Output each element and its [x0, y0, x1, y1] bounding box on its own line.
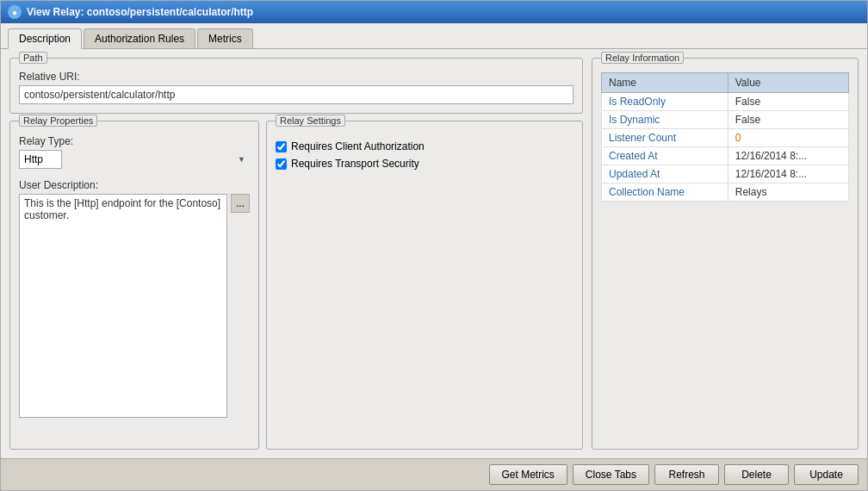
main-content: Path Relative URI: Relay Properties Rela…: [1, 49, 867, 458]
requires-client-auth-checkbox[interactable]: [276, 141, 287, 152]
row-1-value: False: [728, 111, 848, 129]
requires-client-auth-label: Requires Client Authorization: [291, 140, 425, 152]
table-row: Listener Count 0: [602, 129, 849, 147]
relay-type-select[interactable]: Http NetTcp: [19, 150, 62, 169]
left-column: Path Relative URI: Relay Properties Rela…: [9, 58, 583, 450]
tab-bar: Description Authorization Rules Metrics: [1, 23, 867, 49]
get-metrics-button[interactable]: Get Metrics: [489, 464, 567, 485]
bottom-panels: Relay Properties Relay Type: Http NetTcp: [9, 121, 583, 450]
refresh-button[interactable]: Refresh: [654, 464, 719, 485]
relay-info-legend: Relay Information: [601, 52, 684, 64]
main-window: ● View Relay: contoso/persistent/calcula…: [0, 0, 868, 491]
row-3-value: 12/16/2014 8:...: [728, 147, 848, 165]
table-row: Updated At 12/16/2014 8:...: [602, 165, 849, 183]
row-4-value: 12/16/2014 8:...: [728, 165, 848, 183]
window-title: View Relay: contoso/persistent/calculato…: [27, 6, 253, 18]
user-description-ellipsis-button[interactable]: ...: [231, 194, 250, 213]
requires-transport-security-checkbox[interactable]: [276, 158, 287, 170]
row-2-value: 0: [728, 129, 848, 147]
tab-authorization-rules[interactable]: Authorization Rules: [84, 28, 195, 48]
col-value-header: Value: [728, 73, 848, 93]
requires-transport-security-row: Requires Transport Security: [276, 158, 574, 170]
row-0-name: Is ReadOnly: [602, 93, 728, 111]
relay-type-row: Http NetTcp: [19, 150, 250, 169]
row-0-value: False: [728, 93, 848, 111]
user-description-row: User Description: This is the [Http] end…: [19, 174, 250, 418]
path-legend: Path: [19, 52, 47, 64]
row-3-name: Created At: [602, 147, 728, 165]
user-desc-input-row: This is the [Http] endpoint for the [Con…: [19, 194, 250, 418]
relative-uri-label: Relative URI:: [19, 71, 574, 83]
relay-settings-section: Relay Settings Requires Client Authoriza…: [266, 121, 583, 450]
tab-metrics[interactable]: Metrics: [197, 28, 253, 48]
relay-type-label: Relay Type:: [19, 135, 250, 147]
close-tabs-button[interactable]: Close Tabs: [573, 464, 649, 485]
row-5-name: Collection Name: [602, 183, 728, 202]
app-icon: ●: [8, 5, 22, 19]
bottom-bar: Get Metrics Close Tabs Refresh Delete Up…: [1, 458, 867, 490]
table-row: Created At 12/16/2014 8:...: [602, 147, 849, 165]
requires-transport-security-label: Requires Transport Security: [291, 158, 419, 170]
relay-information-section: Relay Information Name Value Is ReadOnly: [592, 58, 859, 450]
update-button[interactable]: Update: [794, 464, 859, 485]
tab-description[interactable]: Description: [8, 28, 82, 49]
row-4-name: Updated At: [602, 165, 728, 183]
relay-properties-legend: Relay Properties: [19, 115, 97, 127]
user-description-label: User Description:: [19, 179, 250, 191]
table-row: Is ReadOnly False: [602, 93, 849, 111]
row-1-name: Is Dynamic: [602, 111, 728, 129]
relative-uri-input[interactable]: [19, 85, 574, 104]
user-desc-col: User Description: This is the [Http] end…: [19, 174, 250, 418]
relay-type-select-wrapper: Http NetTcp: [19, 150, 250, 169]
title-bar: ● View Relay: contoso/persistent/calcula…: [1, 1, 867, 23]
table-row: Is Dynamic False: [602, 111, 849, 129]
top-row: Path Relative URI: Relay Properties Rela…: [9, 58, 859, 450]
delete-button[interactable]: Delete: [724, 464, 789, 485]
settings-content: Requires Client Authorization Requires T…: [276, 135, 574, 170]
relay-settings-legend: Relay Settings: [276, 115, 345, 127]
user-description-textarea[interactable]: This is the [Http] endpoint for the [Con…: [19, 194, 227, 418]
table-row: Collection Name Relays: [602, 183, 849, 202]
relay-info-table: Name Value Is ReadOnly False Is Dynamic: [601, 72, 849, 202]
requires-client-auth-row: Requires Client Authorization: [276, 140, 574, 152]
relay-properties-section: Relay Properties Relay Type: Http NetTcp: [9, 121, 259, 450]
right-column: Relay Information Name Value Is ReadOnly: [592, 58, 859, 450]
col-name-header: Name: [602, 73, 728, 93]
row-2-name: Listener Count: [602, 129, 728, 147]
row-5-value: Relays: [728, 183, 848, 202]
path-section: Path Relative URI:: [9, 58, 583, 114]
